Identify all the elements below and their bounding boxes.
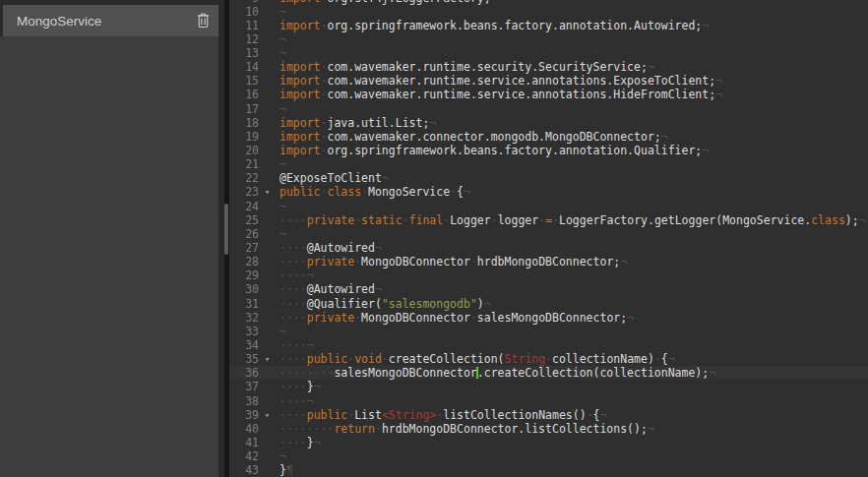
end-of-line-mark: ¬ bbox=[627, 311, 634, 325]
code-text: ····¬ bbox=[276, 338, 314, 352]
line-number[interactable]: 12 bbox=[229, 32, 259, 46]
line-number[interactable]: 21 bbox=[229, 157, 259, 171]
line-number[interactable]: 25 bbox=[229, 213, 259, 227]
line-number[interactable]: 11 bbox=[229, 19, 259, 32]
line-number[interactable]: 14 bbox=[229, 60, 259, 74]
fold-spacer bbox=[259, 325, 276, 338]
space-dot: · bbox=[552, 213, 559, 227]
line-number[interactable]: 29 bbox=[229, 268, 259, 282]
code-line[interactable]: 14import·com.wavemaker.runtime.security.… bbox=[229, 60, 868, 74]
line-number[interactable]: 42 bbox=[229, 449, 259, 463]
code-line[interactable]: 32····private·MongoDBConnector·salesMong… bbox=[229, 311, 868, 325]
code-line[interactable]: 29····¬ bbox=[229, 268, 868, 282]
code-line[interactable]: 11import·org.springframework.beans.facto… bbox=[229, 19, 868, 32]
code-line[interactable]: 42¬ bbox=[229, 449, 868, 463]
line-number[interactable]: 10 bbox=[229, 5, 259, 19]
line-number[interactable]: 40 bbox=[229, 422, 259, 436]
code-line[interactable]: 37····}¬ bbox=[229, 380, 868, 393]
space-dot: · bbox=[403, 213, 409, 227]
code-text: @ExposeToClient¬ bbox=[276, 171, 389, 185]
fold-spacer bbox=[259, 268, 276, 282]
gutter: 13 bbox=[229, 46, 276, 60]
line-number[interactable]: 31 bbox=[229, 297, 259, 311]
code-line[interactable]: 15import·com.wavemaker.runtime.service.a… bbox=[229, 74, 868, 88]
line-number[interactable]: 18 bbox=[229, 116, 259, 130]
code-token: MongoDBConnector bbox=[361, 255, 470, 268]
line-number[interactable]: 17 bbox=[229, 102, 259, 116]
code-line[interactable]: 36········salesMongoDBConnector.createCo… bbox=[229, 366, 868, 380]
code-line[interactable]: 21¬ bbox=[229, 157, 868, 171]
code-line[interactable]: 25····private·static·final·Logger·logger… bbox=[229, 213, 868, 227]
fold-spacer bbox=[259, 227, 276, 241]
fold-toggle-icon[interactable]: ▾ bbox=[259, 352, 276, 366]
line-number[interactable]: 30 bbox=[229, 282, 259, 296]
code-line[interactable]: 16import·com.wavemaker.runtime.service.a… bbox=[229, 88, 868, 101]
code-line[interactable]: 39▾····public·List<String>·listCollectio… bbox=[229, 408, 868, 422]
end-of-line-mark: ¬ bbox=[307, 268, 314, 282]
code-line[interactable]: 41····}¬ bbox=[229, 436, 868, 449]
code-text: ····@Autowired¬ bbox=[276, 241, 382, 255]
line-number[interactable]: 36 bbox=[229, 366, 259, 380]
fold-spacer bbox=[259, 463, 276, 477]
code-line[interactable]: 38····¬ bbox=[229, 394, 868, 408]
code-token: createCollection( bbox=[389, 352, 505, 366]
code-line[interactable]: 12¬ bbox=[229, 32, 868, 46]
code-line[interactable]: 40········return·hrdbMongoDBConnector.li… bbox=[229, 422, 868, 436]
code-line[interactable]: 20import·org.springframework.beans.facto… bbox=[229, 144, 868, 157]
code-line[interactable]: 23▾public·class·MongoService·{¬ bbox=[229, 185, 868, 199]
space-dot: · bbox=[545, 352, 552, 366]
panel-resizer[interactable] bbox=[218, 0, 229, 477]
code-line[interactable]: 34····¬ bbox=[229, 338, 868, 352]
code-token: MongoDBConnector bbox=[361, 311, 470, 325]
code-line[interactable]: 27····@Autowired¬ bbox=[229, 241, 868, 255]
fold-spacer bbox=[259, 311, 276, 325]
line-number[interactable]: 28 bbox=[229, 255, 259, 268]
sidebar-item-mongoservice[interactable]: MongoService bbox=[0, 5, 218, 36]
line-number[interactable]: 39 bbox=[229, 408, 259, 422]
line-number[interactable]: 34 bbox=[229, 338, 259, 352]
fold-toggle-icon[interactable]: ▾ bbox=[259, 408, 276, 422]
line-number[interactable]: 20 bbox=[229, 144, 259, 157]
line-number[interactable]: 15 bbox=[229, 74, 259, 88]
code-token: hrdbMongoDBConnector.listCollections(); bbox=[382, 422, 648, 436]
code-line[interactable]: 18import·java.util.List;¬ bbox=[229, 116, 868, 130]
code-line[interactable]: 26¬ bbox=[229, 227, 868, 241]
scrollbar-thumb[interactable] bbox=[224, 204, 228, 255]
line-number[interactable]: 26 bbox=[229, 227, 259, 241]
space-dot: ···· bbox=[279, 352, 307, 366]
end-of-line-mark: ¬ bbox=[279, 227, 286, 241]
code-line[interactable]: 13¬ bbox=[229, 46, 868, 60]
line-number[interactable]: 33 bbox=[229, 325, 259, 338]
code-token: ); bbox=[845, 213, 859, 227]
code-line[interactable]: 31····@Qualifier("salesmongodb")¬ bbox=[229, 297, 868, 311]
line-number[interactable]: 37 bbox=[229, 380, 259, 393]
delete-service-button[interactable] bbox=[196, 12, 212, 30]
code-line[interactable]: 33¬ bbox=[229, 325, 868, 338]
code-editor[interactable]: 9import·org.slf4j.LoggerFactory;¬10¬11im… bbox=[229, 0, 868, 477]
line-number[interactable]: 13 bbox=[229, 46, 259, 60]
line-number[interactable]: 43 bbox=[229, 463, 259, 477]
code-line[interactable]: 35▾····public·void·createCollection(Stri… bbox=[229, 352, 868, 366]
code-line[interactable]: 19import·com.wavemaker.connector.mongodb… bbox=[229, 130, 868, 144]
code-line[interactable]: 10¬ bbox=[229, 5, 868, 19]
line-number[interactable]: 32 bbox=[229, 311, 259, 325]
line-number[interactable]: 38 bbox=[229, 394, 259, 408]
line-number[interactable]: 19 bbox=[229, 130, 259, 144]
code-line[interactable]: 28····private·MongoDBConnector·hrdbMongo… bbox=[229, 255, 868, 268]
space-dot: · bbox=[470, 311, 477, 325]
fold-toggle-icon[interactable]: ▾ bbox=[259, 185, 276, 199]
line-number[interactable]: 24 bbox=[229, 200, 259, 213]
line-number[interactable]: 22 bbox=[229, 171, 259, 185]
code-line[interactable]: 30····@Autowired¬ bbox=[229, 282, 868, 296]
code-token: } bbox=[279, 463, 286, 477]
code-line[interactable]: 43}¶ bbox=[229, 463, 868, 477]
code-line[interactable]: 24¬ bbox=[229, 200, 868, 213]
code-line[interactable]: 22@ExposeToClient¬ bbox=[229, 171, 868, 185]
line-number[interactable]: 23 bbox=[229, 185, 259, 199]
line-number[interactable]: 27 bbox=[229, 241, 259, 255]
code-line[interactable]: 17¬ bbox=[229, 102, 868, 116]
line-number[interactable]: 16 bbox=[229, 88, 259, 101]
line-number[interactable]: 41 bbox=[229, 436, 259, 449]
line-number[interactable]: 35 bbox=[229, 352, 259, 366]
end-of-line-mark: ¬ bbox=[314, 380, 321, 393]
